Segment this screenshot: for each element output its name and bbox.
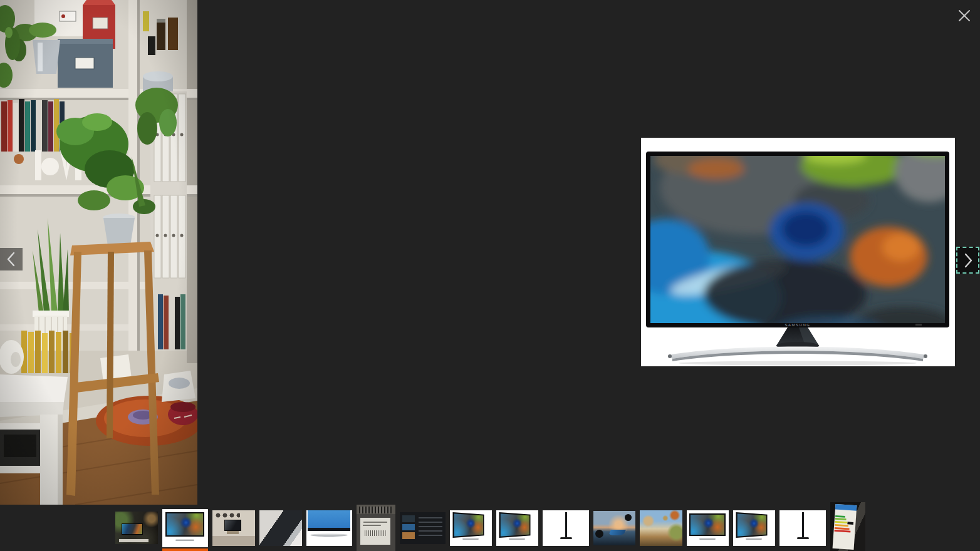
thumbnail-balloons-demo[interactable] <box>640 510 682 546</box>
tv-angled-thumb-art <box>450 510 492 546</box>
room-photo-art <box>0 0 197 505</box>
gallery-lightbox: SAMSUNG <box>0 0 980 551</box>
balloons-thumb-art <box>640 510 682 546</box>
corner-thumb-art <box>259 510 302 546</box>
thumbnail-tv-front-main[interactable] <box>162 509 208 547</box>
thumbnail-tv-corner-detail[interactable] <box>259 510 302 546</box>
tv-front-thumb-art <box>687 510 729 546</box>
thumbnail-tv-front-2[interactable] <box>687 510 729 546</box>
thumbnail-strip <box>0 502 980 551</box>
thumbnail-tv-angled-left[interactable] <box>450 510 492 546</box>
thumbnail-listing-screenshot[interactable] <box>400 512 446 544</box>
room-thumb-art <box>115 512 158 544</box>
next-button[interactable] <box>956 247 979 274</box>
close-icon <box>957 9 971 23</box>
thumbnail-tv-side-profile[interactable] <box>543 510 589 546</box>
tv-side-thumb-art <box>779 510 826 546</box>
thumbnail-room-scene[interactable] <box>115 512 158 544</box>
prev-button[interactable] <box>0 248 23 270</box>
thumbnail-lake-sunset-demo[interactable] <box>593 511 635 545</box>
back-label-thumb-art <box>357 505 395 551</box>
thumbnail-tv-stand-blue[interactable] <box>306 510 352 546</box>
tv-brand-text: SAMSUNG <box>785 323 811 327</box>
thumbnail-lifestyle-room[interactable] <box>212 510 255 546</box>
lifestyle-thumb-art <box>212 510 255 546</box>
main-image: SAMSUNG <box>641 138 955 366</box>
tv-angled-thumb-art <box>496 510 538 546</box>
listing-thumb-art <box>400 512 446 544</box>
thumbnail-tv-side-profile-2[interactable] <box>779 510 826 546</box>
tv-side-thumb-art <box>543 510 589 546</box>
energy-thumb-art <box>830 502 865 551</box>
tv-angled-thumb-art <box>733 510 775 546</box>
thumbnail-energy-label[interactable] <box>830 502 865 551</box>
thumbnail-tv-back-label[interactable] <box>357 505 395 551</box>
previous-image-partial <box>0 0 197 505</box>
sunset-thumb-art <box>593 511 635 545</box>
chevron-right-icon <box>962 252 974 269</box>
thumbnail-tv-angled-right[interactable] <box>496 510 538 546</box>
close-button[interactable] <box>954 5 975 26</box>
thumbnail-tv-angled-3[interactable] <box>733 510 775 546</box>
tv-front-thumb-art <box>162 509 208 547</box>
tv-blue-thumb-art <box>306 510 352 546</box>
tv-product-art: SAMSUNG <box>641 138 955 366</box>
chevron-left-icon <box>5 251 18 267</box>
